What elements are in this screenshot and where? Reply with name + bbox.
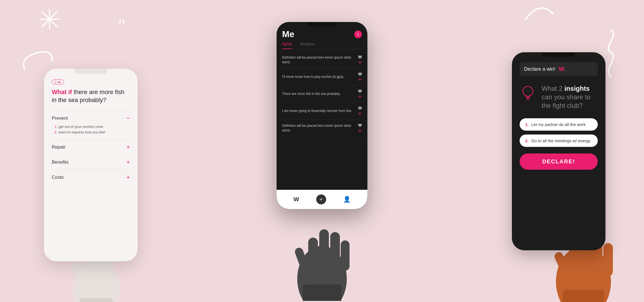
svg-rect-7 (319, 229, 329, 268)
quote-deco-top: " (118, 17, 132, 36)
prevent-item-1: 1.get out of your comfort zone (54, 125, 130, 129)
declare-button[interactable]: DECLARE! (520, 153, 598, 170)
insights-section: What 2 insights can you share to the fig… (520, 84, 598, 110)
insight-pill-1[interactable]: 1. Let my partner do all the work (520, 118, 598, 131)
bulb-icon (520, 84, 536, 103)
nav-w[interactable]: W (293, 196, 299, 203)
prevent-item-2: 2.learn to express how you feel (54, 130, 130, 134)
eye-icon-4[interactable]: 👁 (358, 129, 362, 133)
list-right-4: W 👁 (358, 123, 362, 133)
list-items: Definition will be placed here lorem ips… (282, 51, 362, 137)
tab-shadow[interactable]: shadow (300, 42, 315, 49)
eye-icon-2[interactable]: 👁 (358, 95, 362, 99)
svg-rect-9 (341, 240, 350, 271)
insights-text: What 2 insights can you share to the fig… (542, 84, 598, 110)
phone-left-notch (74, 69, 107, 74)
svg-rect-18 (563, 290, 604, 302)
phone-left: 1 wk What if there are more fish in the … (44, 69, 138, 261)
insight-num-1: 1. (525, 122, 529, 127)
me-title: Me (282, 29, 294, 39)
curve-deco-left (22, 50, 55, 72)
declare-header-text: Declare a win! (524, 66, 555, 72)
declare-header: Declare a win! W (520, 62, 598, 76)
list-right-1: W 👁 (358, 72, 362, 82)
nav-add[interactable]: + (316, 194, 326, 204)
section-costs-icon: + (126, 174, 130, 181)
svg-rect-11 (303, 284, 341, 301)
insight-pill-2[interactable]: 2. Go to all the meetings w/ energy (520, 134, 598, 147)
me-header: Me i (282, 29, 362, 39)
svg-rect-27 (80, 298, 113, 302)
eye-icon-1[interactable]: 👁 (358, 78, 362, 82)
phone-middle: Me i fights shadow Definition will be pl… (277, 22, 367, 209)
list-item-0: Definition will be placed here lorem ips… (282, 51, 362, 68)
section-repair[interactable]: Repair + (52, 139, 130, 155)
section-benefits-icon: + (126, 159, 130, 166)
curve-deco-topright (523, 6, 556, 22)
svg-rect-16 (603, 243, 613, 276)
phone-left-screen: 1 wk What if there are more fish in the … (44, 74, 138, 190)
section-costs-title: Costs (52, 175, 64, 180)
list-item-1: I'll never know how to play euchre (& gp… (282, 68, 362, 86)
nav-person[interactable]: 👤 (343, 196, 351, 203)
section-prevent[interactable]: Prevent − 1.get out of your comfort zone… (52, 111, 130, 139)
svg-line-3 (42, 12, 57, 27)
phone-right: Declare a win! W What 2 insights can you… (512, 52, 605, 250)
svg-text:": " (118, 17, 125, 36)
svg-rect-8 (330, 232, 340, 268)
section-repair-title: Repair (52, 144, 66, 150)
info-icon[interactable]: i (354, 31, 362, 38)
section-prevent-title: Prevent (52, 116, 68, 121)
section-benefits[interactable]: Benefits + (52, 155, 130, 170)
question-text: What if there are more fish in the sea p… (52, 88, 130, 104)
phone-middle-screen: Me i fights shadow Definition will be pl… (277, 26, 367, 137)
tab-fights[interactable]: fights (282, 42, 292, 49)
hand-gray-svg (281, 196, 363, 301)
list-right-3: W 👁 (358, 106, 362, 116)
eye-icon-0[interactable]: 👁 (358, 61, 362, 65)
list-right-0: W 👁 (358, 55, 362, 65)
asterisk-deco-topleft (39, 8, 61, 30)
list-item-2: There are more fish in the sea probably.… (282, 86, 362, 103)
svg-rect-6 (308, 238, 318, 271)
hand-gray-container (281, 196, 363, 302)
list-right-2: W 👁 (358, 89, 362, 99)
section-prevent-content: 1.get out of your comfort zone 2.learn t… (52, 125, 130, 134)
section-prevent-icon: − (126, 115, 130, 122)
phone-right-notch (542, 52, 575, 57)
section-repair-icon: + (126, 144, 130, 151)
svg-line-2 (42, 12, 57, 27)
section-costs[interactable]: Costs + (52, 170, 130, 185)
bottom-nav: W + 👤 (277, 190, 367, 209)
phone-right-screen: Declare a win! W What 2 insights can you… (512, 57, 605, 175)
tabs-row: fights shadow (282, 42, 362, 49)
insight-num-2: 2. (525, 138, 529, 143)
list-item-4: Definition will be placed here lorem ips… (282, 120, 362, 137)
list-item-3: I am never going to financially recover … (282, 103, 362, 120)
section-benefits-title: Benefits (52, 160, 69, 165)
eye-icon-3[interactable]: 👁 (358, 112, 362, 116)
insight-text-2: Go to all the meetings w/ energy (531, 138, 591, 143)
insight-text-1: Let my partner do all the work (531, 122, 586, 127)
badge-1wk: 1 wk (52, 79, 64, 84)
phone-middle-notch (307, 22, 337, 26)
question-what-if: What if (52, 89, 72, 95)
svg-point-19 (523, 86, 533, 96)
declare-w: W (559, 65, 564, 73)
